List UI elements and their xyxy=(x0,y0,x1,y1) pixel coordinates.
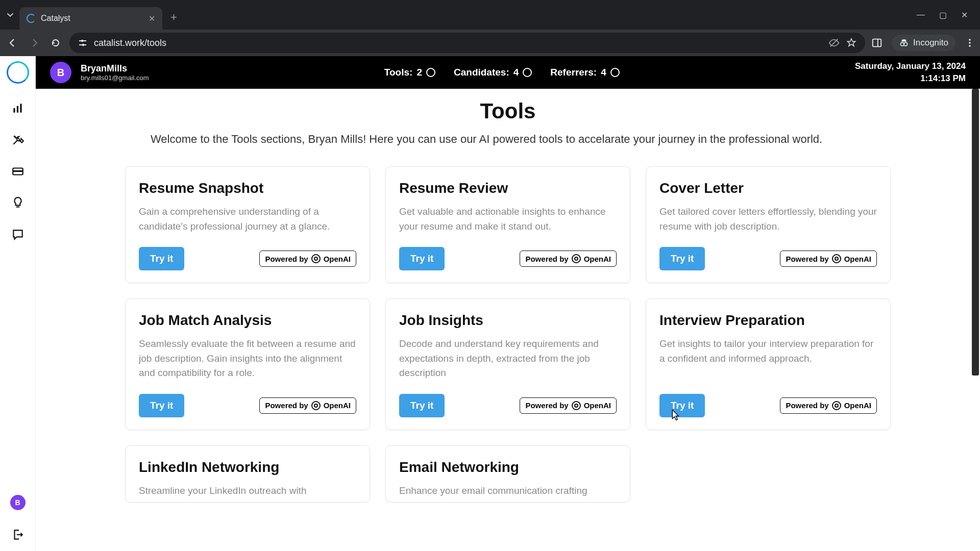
header-time: 1:14:13 PM xyxy=(855,72,966,85)
stat-tools-value: 2 xyxy=(416,67,422,78)
browser-menu-icon[interactable] xyxy=(965,38,975,48)
svg-rect-14 xyxy=(13,108,15,113)
card-description: Streamline your LinkedIn outreach with xyxy=(139,484,356,498)
url-input[interactable]: catalist.work/tools xyxy=(69,33,865,53)
site-settings-icon[interactable] xyxy=(78,38,88,48)
nav-dashboard-icon[interactable] xyxy=(11,101,25,115)
close-window-icon[interactable]: ✕ xyxy=(961,10,968,20)
bookmark-star-icon[interactable] xyxy=(846,37,857,48)
tab-title: Catalyst xyxy=(41,14,143,23)
coin-icon xyxy=(610,68,620,77)
tab-close-icon[interactable]: ✕ xyxy=(149,14,155,23)
svg-rect-18 xyxy=(13,170,23,172)
nav-insights-icon[interactable] xyxy=(11,196,25,210)
powered-by-badge: Powered by OpenAI xyxy=(259,251,356,267)
user-avatar-initial: B xyxy=(57,67,64,79)
new-tab-button[interactable]: + xyxy=(170,11,177,24)
card-title: Job Match Analysis xyxy=(139,312,356,329)
svg-point-11 xyxy=(969,39,971,41)
svg-rect-16 xyxy=(20,104,21,112)
card-description: Get tailored cover letters effortlessly,… xyxy=(659,205,877,234)
card-description: Enhance your email communication craftin… xyxy=(399,484,617,498)
openai-icon xyxy=(311,401,321,410)
left-nav-rail: B xyxy=(0,56,36,551)
scrollbar[interactable] xyxy=(972,89,979,551)
scrollbar-thumb[interactable] xyxy=(972,89,979,375)
nav-messages-icon[interactable] xyxy=(11,228,25,242)
nav-user-avatar-initial: B xyxy=(15,498,20,507)
card-description: Decode and understand key requirements a… xyxy=(399,337,617,381)
svg-point-10 xyxy=(904,42,908,46)
nav-tools-icon[interactable] xyxy=(11,133,25,147)
maximize-icon[interactable]: ▢ xyxy=(939,10,947,20)
browser-tab[interactable]: Catalyst ✕ xyxy=(19,7,162,30)
tool-card: Resume Snapshot Gain a comprehensive und… xyxy=(125,166,370,283)
openai-icon xyxy=(572,401,581,410)
openai-icon xyxy=(832,401,841,410)
powered-by-brand: OpenAI xyxy=(844,255,871,263)
powered-by-brand: OpenAI xyxy=(844,401,871,410)
stat-candidates-value: 4 xyxy=(513,67,519,78)
powered-by-label: Powered by xyxy=(525,401,568,410)
powered-by-label: Powered by xyxy=(265,401,308,410)
url-text: catalist.work/tools xyxy=(94,38,166,48)
powered-by-label: Powered by xyxy=(525,255,568,263)
back-button[interactable] xyxy=(5,35,20,51)
try-it-button[interactable]: Try it xyxy=(399,247,445,270)
powered-by-badge: Powered by OpenAI xyxy=(520,397,617,414)
tool-card: Cover Letter Get tailored cover letters … xyxy=(646,166,891,283)
stat-candidates-label: Candidates: xyxy=(454,67,509,78)
powered-by-label: Powered by xyxy=(786,255,828,263)
tool-card: Job Match Analysis Seamlessly evaluate t… xyxy=(125,298,370,430)
nav-billing-icon[interactable] xyxy=(11,164,25,179)
reload-button[interactable] xyxy=(48,35,63,51)
powered-by-badge: Powered by OpenAI xyxy=(520,251,617,267)
card-description: Get valuable and actionable insights to … xyxy=(399,205,617,234)
try-it-button[interactable]: Try it xyxy=(139,394,184,417)
svg-point-12 xyxy=(969,42,971,44)
nav-logout-icon[interactable] xyxy=(11,528,25,542)
coin-icon xyxy=(426,68,435,77)
page-title: Tools xyxy=(120,99,896,123)
tool-card: Resume Review Get valuable and actionabl… xyxy=(385,166,630,283)
card-title: Interview Preparation xyxy=(659,312,877,329)
header-date: Saturday, January 13, 2024 xyxy=(855,60,966,72)
powered-by-badge: Powered by OpenAI xyxy=(259,397,356,414)
try-it-button[interactable]: Try it xyxy=(399,394,445,417)
tab-search-dropdown[interactable] xyxy=(3,8,17,22)
card-title: Resume Review xyxy=(399,180,617,196)
minimize-icon[interactable]: ― xyxy=(917,10,925,20)
user-avatar[interactable]: B xyxy=(50,62,71,83)
card-title: Email Networking xyxy=(399,459,617,475)
card-title: Job Insights xyxy=(399,312,617,329)
try-it-button[interactable]: Try it xyxy=(659,394,705,417)
svg-rect-15 xyxy=(16,106,18,113)
content-area: Tools Welcome to the Tools sections, Bry… xyxy=(36,89,980,551)
forward-button[interactable] xyxy=(27,35,42,51)
stat-candidates: Candidates: 4 xyxy=(454,67,532,78)
powered-by-brand: OpenAI xyxy=(584,255,611,263)
app-root: B B BryanMills bry.mills01@gmail.com Too… xyxy=(0,56,980,551)
openai-icon xyxy=(572,254,581,263)
card-title: Resume Snapshot xyxy=(139,180,356,196)
app-logo-icon[interactable] xyxy=(7,61,29,84)
incognito-indicator[interactable]: Incognito xyxy=(892,35,955,51)
side-panel-icon[interactable] xyxy=(871,37,883,48)
svg-point-9 xyxy=(900,42,904,46)
try-it-button[interactable]: Try it xyxy=(139,247,184,270)
powered-by-badge: Powered by OpenAI xyxy=(780,397,877,414)
tool-card: Job Insights Decode and understand key r… xyxy=(385,298,630,430)
stat-tools: Tools: 2 xyxy=(384,67,435,78)
try-it-button[interactable]: Try it xyxy=(659,247,705,270)
svg-rect-7 xyxy=(873,39,881,47)
powered-by-brand: OpenAI xyxy=(324,401,351,410)
card-description: Get insights to tailor your interview pr… xyxy=(659,337,877,381)
card-description: Seamlessly evaluate the fit between a re… xyxy=(139,337,356,381)
openai-icon xyxy=(311,254,321,263)
svg-rect-2 xyxy=(79,44,82,45)
svg-point-13 xyxy=(969,45,971,47)
eye-off-icon[interactable] xyxy=(828,37,840,48)
card-title: Cover Letter xyxy=(659,180,877,196)
user-block: BryanMills bry.mills01@gmail.com xyxy=(81,63,149,82)
nav-user-avatar[interactable]: B xyxy=(10,495,26,510)
